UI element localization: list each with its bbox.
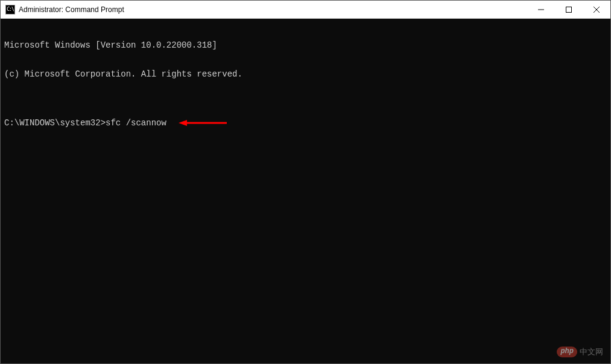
annotation-arrow-icon [179, 119, 227, 127]
titlebar[interactable]: C:\ Administrator: Command Prompt [1, 1, 610, 19]
terminal-output-line: (c) Microsoft Corporation. All rights re… [4, 69, 607, 79]
minimize-icon [538, 7, 544, 13]
maximize-icon [566, 7, 572, 13]
command-prompt-window: C:\ Administrator: Command Prompt Micros… [0, 0, 611, 364]
svg-rect-1 [566, 7, 572, 12]
watermark-text: 中文网 [580, 348, 603, 357]
svg-marker-5 [179, 120, 187, 126]
terminal-command: sfc /scannow [106, 118, 166, 128]
titlebar-left: C:\ Administrator: Command Prompt [5, 5, 124, 14]
cmd-icon: C:\ [5, 5, 15, 14]
minimize-button[interactable] [527, 1, 555, 18]
close-icon [594, 7, 600, 13]
watermark-badge: php [557, 347, 577, 357]
terminal-prompt: C:\WINDOWS\system32> [4, 118, 106, 128]
close-button[interactable] [583, 1, 610, 18]
terminal-output-line: Microsoft Windows [Version 10.0.22000.31… [4, 40, 607, 50]
terminal-area[interactable]: Microsoft Windows [Version 10.0.22000.31… [1, 19, 610, 363]
watermark: php 中文网 [557, 347, 603, 357]
maximize-button[interactable] [555, 1, 583, 18]
window-title: Administrator: Command Prompt [19, 5, 124, 14]
window-controls [527, 1, 610, 18]
terminal-prompt-line: C:\WINDOWS\system32>sfc /scannow [4, 118, 607, 128]
